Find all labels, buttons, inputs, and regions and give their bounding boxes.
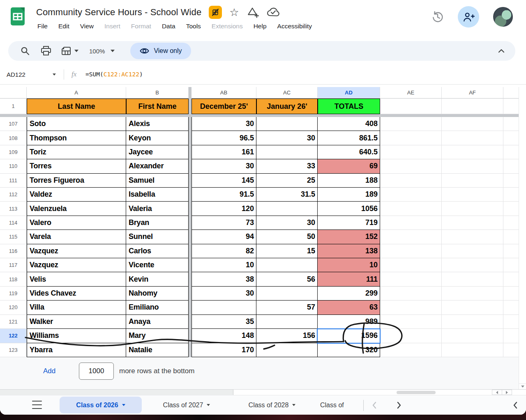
- cell-december-hours[interactable]: 73: [191, 216, 256, 230]
- cell-december-hours[interactable]: 10: [191, 258, 256, 272]
- collapse-panel-chevron-icon[interactable]: [510, 400, 520, 412]
- cell-december-hours[interactable]: 170: [191, 343, 256, 357]
- column-header-b[interactable]: B: [126, 87, 189, 99]
- cell-january-hours[interactable]: [256, 258, 318, 272]
- cell-december-hours[interactable]: 94: [191, 230, 256, 244]
- row-header[interactable]: 114: [0, 216, 27, 230]
- menu-help[interactable]: Help: [248, 23, 272, 30]
- row-header[interactable]: 123: [0, 343, 27, 357]
- cell-empty[interactable]: [380, 117, 442, 131]
- cell-last-name[interactable]: Valenzuela: [27, 202, 126, 216]
- tab-menu-caret[interactable]: [207, 404, 210, 406]
- cell-january-hours[interactable]: 30: [256, 131, 318, 145]
- zoom-caret[interactable]: [111, 50, 115, 52]
- header-january[interactable]: January 26': [256, 99, 318, 114]
- cell-total-hours[interactable]: 320: [318, 343, 380, 357]
- cell-december-hours[interactable]: 35: [191, 315, 256, 329]
- cell-empty[interactable]: [442, 99, 503, 114]
- cell-january-hours[interactable]: 30: [256, 216, 318, 230]
- name-box-caret[interactable]: [53, 73, 56, 76]
- cell-last-name[interactable]: Varela: [27, 230, 126, 244]
- menu-extensions[interactable]: Extensions: [206, 23, 248, 30]
- cell-december-hours[interactable]: 96.5: [191, 131, 256, 145]
- row-header[interactable]: 109: [0, 145, 27, 159]
- cell-empty[interactable]: [442, 131, 503, 145]
- cell-january-hours[interactable]: [256, 315, 318, 329]
- cell-total-hours[interactable]: 719: [318, 216, 380, 230]
- cell-january-hours[interactable]: 156: [256, 329, 318, 343]
- tab-menu-caret[interactable]: [292, 404, 295, 406]
- account-avatar[interactable]: [493, 7, 513, 27]
- cell-last-name[interactable]: Vazquez: [27, 244, 126, 258]
- menu-format[interactable]: Format: [126, 23, 157, 30]
- horizontal-scrollbar[interactable]: [0, 389, 526, 395]
- cell-january-hours[interactable]: [256, 343, 318, 357]
- cell-total-hours[interactable]: 111: [318, 272, 380, 286]
- cell-december-hours[interactable]: 145: [191, 174, 256, 188]
- cell-total-hours[interactable]: 640.5: [318, 145, 380, 159]
- cell-december-hours[interactable]: 38: [191, 272, 256, 286]
- version-history-icon[interactable]: [431, 10, 445, 24]
- cell-last-name[interactable]: Ybarra: [27, 343, 126, 357]
- cell-empty[interactable]: [380, 188, 442, 202]
- cell-january-hours[interactable]: 57: [256, 301, 318, 314]
- cell-first-name[interactable]: Mary: [126, 329, 189, 343]
- cell-december-hours[interactable]: [191, 301, 256, 314]
- cell-january-hours[interactable]: 33: [256, 159, 318, 173]
- cell-last-name[interactable]: Vazquez: [27, 258, 126, 272]
- cell-last-name[interactable]: Valero: [27, 216, 126, 230]
- column-header-ad[interactable]: AD: [318, 87, 380, 99]
- row-header[interactable]: 107: [0, 117, 27, 131]
- cell-last-name[interactable]: Walker: [27, 315, 126, 329]
- cell-empty[interactable]: [442, 287, 503, 301]
- cell-empty[interactable]: [442, 230, 503, 244]
- cell-total-hours[interactable]: 69: [318, 159, 380, 173]
- cell-empty[interactable]: [442, 159, 503, 173]
- cell-first-name[interactable]: Bryan: [126, 216, 189, 230]
- cell-january-hours[interactable]: [256, 117, 318, 131]
- print-icon[interactable]: [40, 43, 52, 59]
- cell-empty[interactable]: [442, 145, 503, 159]
- menu-view[interactable]: View: [75, 23, 99, 30]
- column-header-ae[interactable]: AE: [380, 87, 442, 99]
- all-sheets-menu-icon[interactable]: [32, 401, 42, 409]
- row-header[interactable]: 113: [0, 202, 27, 216]
- cell-last-name[interactable]: Velis: [27, 272, 126, 286]
- tab-class-of-2027[interactable]: Class of 2027: [147, 397, 226, 413]
- cell-january-hours[interactable]: [256, 287, 318, 301]
- share-button[interactable]: [458, 6, 479, 28]
- cell-total-hours[interactable]: 189: [318, 188, 380, 202]
- column-header-a[interactable]: A: [27, 87, 126, 99]
- cell-december-hours[interactable]: 30: [191, 287, 256, 301]
- cell-empty[interactable]: [380, 202, 442, 216]
- cell-first-name[interactable]: Vicente: [126, 258, 189, 272]
- sheets-logo-icon[interactable]: [9, 7, 26, 26]
- cell-empty[interactable]: [442, 315, 503, 329]
- column-header-ac[interactable]: AC: [256, 87, 318, 99]
- cell-january-hours[interactable]: 25: [256, 174, 318, 188]
- menu-tools[interactable]: Tools: [181, 23, 206, 30]
- tab-class-of-2028[interactable]: Class of 2028: [231, 397, 313, 413]
- document-status-icon[interactable]: [266, 7, 280, 18]
- header-first-name[interactable]: First Name: [126, 99, 189, 114]
- header-totals[interactable]: TOTALS: [318, 99, 380, 114]
- horizontal-scrollbar-thumb[interactable]: [397, 391, 436, 394]
- cell-total-hours[interactable]: 63: [318, 301, 380, 314]
- cell-first-name[interactable]: Jaycee: [126, 145, 189, 159]
- cell-january-hours[interactable]: [256, 202, 318, 216]
- document-title[interactable]: Community Service Hours - School Wide: [36, 7, 201, 18]
- cell-total-hours[interactable]: 138: [318, 244, 380, 258]
- row-header[interactable]: 117: [0, 258, 27, 272]
- column-header-ab[interactable]: AB: [191, 87, 256, 99]
- row-header[interactable]: 110: [0, 159, 27, 173]
- scroll-right-button[interactable]: [502, 390, 512, 395]
- tabs-scroll-left-icon[interactable]: [370, 400, 380, 412]
- cell-first-name[interactable]: Nahomy: [126, 287, 189, 301]
- cell-last-name[interactable]: Valdez: [27, 188, 126, 202]
- tab-class-of-2026[interactable]: Class of 2026: [60, 397, 142, 413]
- row-header[interactable]: 116: [0, 244, 27, 258]
- cell-first-name[interactable]: Keyon: [126, 131, 189, 145]
- frozen-column-divider[interactable]: [189, 87, 191, 357]
- cell-december-hours[interactable]: 82: [191, 244, 256, 258]
- row-header[interactable]: 115: [0, 230, 27, 244]
